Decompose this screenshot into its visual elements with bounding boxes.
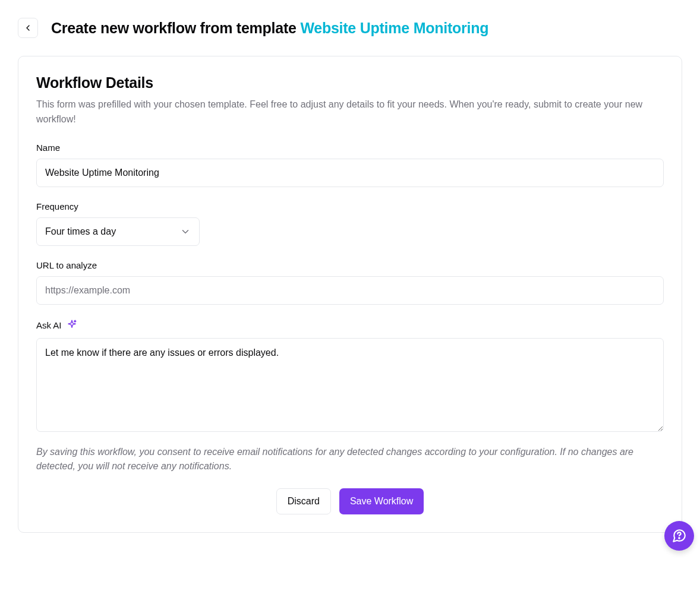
svg-point-0 bbox=[679, 538, 680, 539]
save-button[interactable]: Save Workflow bbox=[339, 488, 424, 514]
name-input[interactable] bbox=[36, 159, 664, 187]
page-header: Create new workflow from template Websit… bbox=[0, 0, 700, 56]
chat-help-icon bbox=[671, 528, 687, 544]
frequency-select[interactable]: Four times a day bbox=[36, 217, 200, 246]
frequency-selected-value: Four times a day bbox=[45, 226, 116, 237]
consent-text: By saving this workflow, you consent to … bbox=[36, 445, 664, 475]
card-subtitle: This form was prefilled with your chosen… bbox=[36, 97, 664, 127]
card-title: Workflow Details bbox=[36, 74, 664, 91]
help-fab[interactable] bbox=[664, 521, 694, 551]
page-title-prefix: Create new workflow from template bbox=[51, 20, 300, 36]
url-label: URL to analyze bbox=[36, 260, 664, 270]
chevron-down-icon bbox=[180, 226, 191, 237]
askai-field-group: Ask AI bbox=[36, 319, 664, 434]
frequency-label: Frequency bbox=[36, 201, 664, 211]
template-name-link[interactable]: Website Uptime Monitoring bbox=[300, 20, 488, 36]
url-field-group: URL to analyze bbox=[36, 260, 664, 305]
page-title: Create new workflow from template Websit… bbox=[51, 19, 488, 37]
name-field-group: Name bbox=[36, 143, 664, 187]
askai-label: Ask AI bbox=[36, 320, 62, 330]
url-input[interactable] bbox=[36, 276, 664, 305]
askai-textarea[interactable] bbox=[36, 338, 664, 432]
name-label: Name bbox=[36, 143, 664, 153]
sparkle-icon bbox=[67, 319, 77, 332]
button-row: Discard Save Workflow bbox=[36, 488, 664, 514]
chevron-left-icon bbox=[23, 23, 33, 33]
frequency-field-group: Frequency Four times a day bbox=[36, 201, 664, 246]
discard-button[interactable]: Discard bbox=[276, 488, 331, 514]
back-button[interactable] bbox=[18, 18, 38, 38]
workflow-details-card: Workflow Details This form was prefilled… bbox=[18, 56, 682, 533]
